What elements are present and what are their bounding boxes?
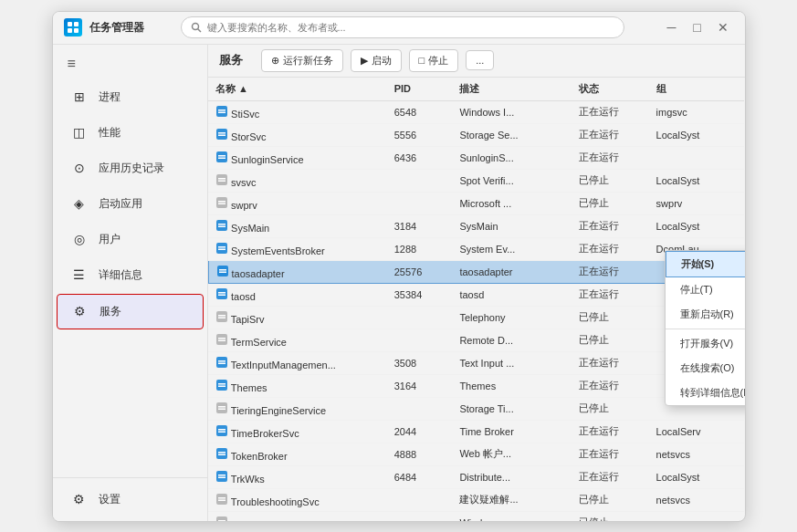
svg-rect-37 [218,338,225,339]
svg-rect-16 [218,178,225,180]
sidebar-item-performance[interactable]: ◫ 性能 [57,116,204,150]
table-row[interactable]: StorSvc 5556 Storage Se... 正在运行 LocalSys… [208,123,744,146]
cell-desc: Windows ... [452,511,571,521]
more-button[interactable]: ... [466,50,494,70]
table-row[interactable]: SunloginService 6436 SunloginS... 正在运行 [208,146,744,169]
context-menu-restart[interactable]: 重新启动(R) [666,302,745,327]
cell-desc: Themes [452,374,571,397]
settings-icon: ⚙ [71,492,88,506]
cell-name: swprv [208,192,387,214]
context-menu-stop[interactable]: 停止(T) [666,277,745,302]
svg-rect-39 [216,357,227,368]
toolbar: 服务 ⊕ 运行新任务 ▶ 启动 □ 停止 ... [208,45,745,78]
table-row[interactable]: TextInputManagemen... 3508 Text Input ..… [208,351,744,374]
svg-rect-45 [216,402,227,413]
svg-line-5 [197,29,201,33]
table-row[interactable]: StiSvc 6548 Windows I... 正在运行 imgsvc [208,100,744,123]
stop-button[interactable]: □ 停止 [409,49,459,72]
context-menu-open-service[interactable]: 打开服务(V) [666,331,745,356]
sidebar-item-users[interactable]: ◎ 用户 [57,223,204,256]
svg-rect-1 [74,22,79,26]
svg-rect-32 [218,294,225,296]
table-row[interactable]: TimeBrokerSvc 2044 Time Broker 正在运行 Loca… [208,420,744,443]
svg-rect-17 [218,180,225,182]
cell-status: 已停止 [572,488,649,511]
table-row[interactable]: TroubleshootingSvc 建议疑难解... 已停止 netsvcs [208,488,744,511]
svg-rect-26 [218,248,225,250]
run-task-label: 运行新任务 [283,54,333,68]
table-row[interactable]: Themes 3164 Themes 正在运行 [208,374,744,397]
sidebar-item-services[interactable]: ⚙ 服务 [57,294,204,329]
service-icon [215,333,228,346]
cell-group: imgsvc [649,100,744,123]
sidebar-item-label: 详细信息 [99,267,142,283]
cell-pid: 25576 [387,260,453,283]
cell-status: 正在运行 [572,420,649,443]
context-menu-search-online[interactable]: 在线搜索(O) [666,356,745,381]
col-header-status[interactable]: 状态 [572,78,649,101]
table-row[interactable]: TrkWks 6484 Distribute... 正在运行 LocalSyst [208,465,744,488]
table-row[interactable]: TermService Remote D... 已停止 [208,329,744,351]
table-row[interactable]: taosd 35384 taosd 正在运行 [208,283,744,306]
svg-rect-49 [218,429,225,431]
table-row[interactable]: TrustedInstaller Windows ... 已停止 [208,511,744,521]
svg-rect-19 [218,201,225,203]
svg-rect-56 [218,476,225,478]
hamburger-menu[interactable]: ≡ [53,48,207,79]
svg-rect-0 [68,22,72,26]
cell-group [649,511,744,521]
users-icon: ◎ [71,232,88,246]
svg-rect-54 [216,471,227,482]
service-icon [216,265,229,277]
service-icon [215,447,228,460]
cell-pid [387,397,453,420]
table-row[interactable]: TieringEngineService Storage Ti... 已停止 [208,397,744,420]
sidebar-item-process[interactable]: ⊞ 进程 [57,80,204,114]
sidebar-item-details[interactable]: ☰ 详细信息 [57,258,204,292]
search-bar[interactable] [181,16,624,38]
table-row[interactable]: taosadapter 25576 taosadapter 正在运行 [208,260,744,283]
svg-rect-48 [216,425,227,436]
context-menu-start[interactable]: 开始(S) [666,251,745,277]
close-button[interactable]: ✕ [712,16,734,38]
col-header-desc[interactable]: 描述 [452,78,571,101]
table-row[interactable]: svsvc Spot Verifi... 已停止 LocalSyst [208,169,744,192]
cell-desc: System Ev... [452,237,571,260]
context-menu-goto-details[interactable]: 转到详细信息(D) [666,381,745,405]
minimize-button[interactable]: ─ [661,16,683,38]
table-row[interactable]: swprv Microsoft ... 已停止 swprv [208,192,744,214]
cell-pid: 6548 [387,100,453,123]
cell-name: StorSvc [208,123,387,146]
cell-desc: taosd [452,283,571,306]
search-input[interactable] [207,22,614,33]
service-icon [215,242,228,255]
start-button[interactable]: ▶ 启动 [351,49,402,72]
cell-status: 正在运行 [572,237,649,260]
table-row[interactable]: TokenBroker 4888 Web 帐户... 正在运行 netsvcs [208,443,744,465]
svg-rect-28 [219,269,226,271]
maximize-button[interactable]: □ [687,16,708,38]
history-icon: ⊙ [71,161,88,175]
cell-group: LocalSyst [649,465,744,488]
service-icon [215,470,228,483]
table-row[interactable]: SystemEventsBroker 1288 System Ev... 正在运… [208,237,744,260]
cell-desc: Spot Verifi... [452,169,571,192]
cell-desc: Microsoft ... [452,192,571,214]
sidebar-item-startup[interactable]: ◈ 启动应用 [57,187,204,221]
col-header-pid[interactable]: PID [387,78,453,101]
table-row[interactable]: TapiSrv Telephony 已停止 [208,306,744,329]
cell-desc: Remote D... [452,329,571,351]
col-header-group[interactable]: 组 [649,78,744,101]
col-header-name[interactable]: 名称 ▲ [208,78,387,101]
cell-status: 正在运行 [572,100,649,123]
service-icon [215,516,228,521]
sidebar-item-app-history[interactable]: ⊙ 应用历史记录 [57,151,204,185]
sidebar-item-settings[interactable]: ⚙ 设置 [57,483,204,516]
svg-rect-55 [218,475,225,476]
cell-name: TrustedInstaller [208,511,387,521]
cell-name: taosadapter [208,260,387,283]
table-row[interactable]: SysMain 3184 SysMain 正在运行 LocalSyst [208,214,744,237]
run-task-button[interactable]: ⊕ 运行新任务 [261,49,343,72]
start-label: 启动 [372,54,392,68]
cell-name: TokenBroker [208,443,387,465]
